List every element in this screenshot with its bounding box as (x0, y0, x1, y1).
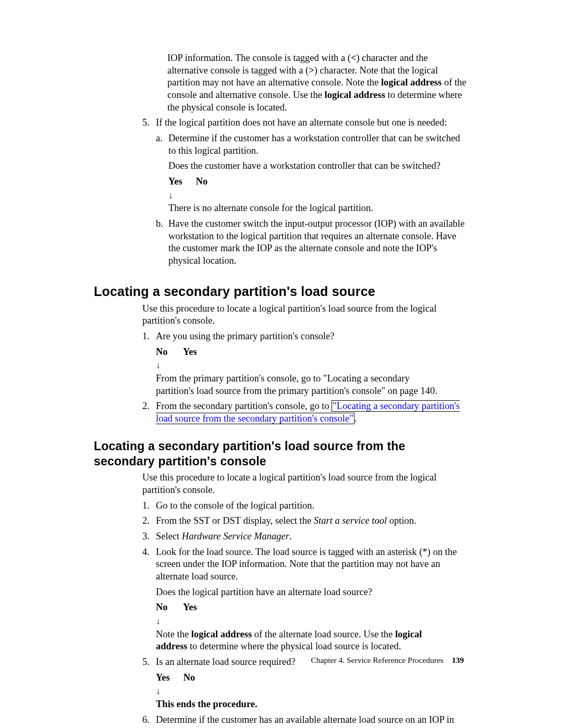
no-yes-block: No Yes ↓ Note the logical address of the… (156, 601, 469, 653)
page-footer: Chapter 4. Service Reference Procedures … (311, 655, 464, 665)
section1-step-1: 1. Are you using the primary partition's… (94, 330, 469, 397)
down-arrow-icon: ↓ (156, 686, 181, 697)
footer-page-number: 139 (452, 656, 464, 664)
no-label: No (196, 176, 208, 187)
no-yes-block: No Yes ↓ From the primary partition's co… (156, 346, 469, 398)
yes-no-block: Yes No ↓ This ends the procedure. (156, 672, 469, 711)
text: Look for the load source. The load sourc… (156, 547, 457, 582)
text: Go to the console of the logical partiti… (156, 500, 314, 511)
step-5-text: If the logical partition does not have a… (156, 117, 447, 128)
text: From the secondary partition's console, … (156, 401, 332, 411)
down-arrow-icon: ↓ (156, 616, 181, 627)
section2-step-3: 3. Select Hardware Service Manager. (94, 530, 469, 543)
logical-address: logical address (381, 77, 442, 88)
section1-step1-question: Are you using the primary partition's co… (156, 331, 334, 341)
no-answer: This ends the procedure. (156, 698, 442, 711)
no-label: No (156, 601, 181, 614)
text: . (354, 413, 357, 424)
list-marker: 3. (142, 530, 150, 543)
list-marker: 6. (142, 714, 150, 726)
list-marker: 2. (142, 515, 150, 527)
no-label: No (156, 346, 181, 359)
list-marker: 1. (142, 330, 150, 343)
yes-answer: Note the logical address of the alternat… (156, 628, 442, 653)
step-5a-text: Determine if the customer has a workstat… (168, 133, 460, 156)
yes-answer: From the primary partition's console, go… (156, 373, 442, 397)
text: of the alternate load source. Use the (252, 629, 395, 639)
section2-step-1: 1. Go to the console of the logical part… (94, 500, 469, 512)
section2-step-4: 4. Look for the load source. The load so… (94, 546, 469, 653)
text: From the SST or DST display, select the (156, 515, 314, 526)
heading-from-secondary-console: Locating a secondary partition's load so… (94, 439, 469, 469)
gt-char: > (309, 65, 314, 76)
text: Note the (156, 629, 191, 639)
no-answer: There is no alternate console for the lo… (168, 202, 442, 215)
list-marker: a. (156, 132, 163, 145)
down-arrow-icon: ↓ (168, 190, 193, 202)
yes-no-block: Yes No ↓ There is no alternate console f… (168, 176, 469, 215)
yes-label: Yes (168, 176, 193, 188)
step-5a-question: Does the customer have a workstation con… (168, 160, 469, 172)
text: Select (156, 531, 182, 541)
page-body: IOP information. The console is tagged w… (94, 52, 469, 728)
section2-step5-question: Is an alternate load source required? (156, 657, 296, 667)
ui-option: Start a service tool (314, 515, 387, 526)
section2-step-2: 2. From the SST or DST display, select t… (94, 515, 469, 527)
yes-label: Yes (183, 347, 197, 357)
logical-address: logical address (325, 90, 385, 100)
step-5a: a. Determine if the customer has a works… (156, 132, 469, 215)
logical-address: logical address (191, 629, 252, 639)
section1-intro: Use this procedure to locate a logical p… (142, 303, 469, 327)
list-marker: 4. (142, 546, 150, 559)
text: option. (387, 515, 417, 526)
text: Determine if the customer has an availab… (156, 714, 454, 728)
step-5: 5. If the logical partition does not hav… (94, 117, 469, 267)
yes-label: Yes (156, 672, 181, 684)
no-label: No (183, 672, 195, 683)
continuation-paragraph: IOP information. The console is tagged w… (167, 52, 469, 114)
section2-intro: Use this procedure to locate a logical p… (142, 472, 469, 496)
text: . (289, 531, 292, 541)
ui-option: Hardware Service Manager (182, 531, 289, 541)
list-marker: 2. (142, 400, 150, 413)
heading-locating-load-source: Locating a secondary partition's load so… (94, 283, 469, 300)
section1-step-2: 2. From the secondary partition's consol… (94, 400, 469, 425)
section2-step4-question: Does the logical partition have an alter… (156, 586, 469, 599)
list-marker: 5. (142, 656, 150, 669)
text: to determine where the physical load sou… (187, 641, 401, 651)
list-marker: 5. (142, 117, 150, 129)
lt-char: < (351, 53, 357, 63)
text: IOP information. The console is tagged w… (167, 53, 351, 63)
list-marker: b. (156, 218, 163, 230)
section2-step-6: 6. Determine if the customer has an avai… (94, 714, 469, 728)
footer-chapter: Chapter 4. Service Reference Procedures (311, 656, 444, 664)
step-5b-text: Have the customer switch the input-outpu… (168, 218, 464, 266)
yes-label: Yes (183, 602, 197, 612)
list-marker: 1. (142, 500, 150, 512)
step-5b: b. Have the customer switch the input-ou… (156, 218, 469, 267)
down-arrow-icon: ↓ (156, 360, 181, 372)
